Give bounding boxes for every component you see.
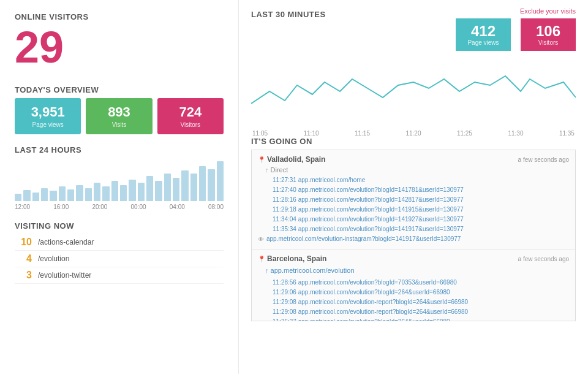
bar — [76, 185, 83, 201]
feed-url: 11:28:16 app.metricool.com/evolution?blo… — [258, 195, 569, 205]
feed-url: 11:34:04 app.metricool.com/evolution?blo… — [258, 215, 569, 224]
visiting-item: 3 /evolution-twitter — [15, 267, 224, 284]
pageviews-label: Page views — [20, 121, 76, 128]
feed-location: Valladolid, Spain — [258, 155, 325, 164]
visitors-label: Visitors — [162, 121, 219, 128]
visits-label: Visits — [91, 121, 147, 128]
feed-item: Barcelona, Spain a few seconds ago ↑ app… — [252, 250, 575, 321]
exclude-visits-link[interactable]: Exclude your visits — [520, 7, 576, 15]
overview-cards: 3,951 Page views 893 Visits 724 Visitors — [15, 98, 224, 134]
bar — [146, 176, 153, 201]
line-chart-svg — [251, 55, 576, 128]
pageviews-number: 3,951 — [20, 104, 76, 120]
going-on-title: IT'S GOING ON — [251, 137, 576, 146]
visiting-now-section: VISITING NOW 10 /actions-calendar 4 /evo… — [15, 221, 224, 284]
bar — [59, 186, 66, 201]
feed-url: 11:29:06 app.metricool.com/evolution?blo… — [258, 288, 569, 297]
visiting-rank: 4 — [15, 253, 32, 264]
feed-url: 11:35:37 app.metricool.com/evolution?blo… — [258, 317, 569, 321]
today-overview-section: TODAY'S OVERVIEW 3,951 Page views 893 Vi… — [15, 85, 224, 134]
feed-item: Valladolid, Spain a few seconds ago Dire… — [252, 150, 575, 250]
bar — [155, 181, 162, 201]
pageviews-stat-number: 412 — [462, 23, 505, 39]
last24-title: LAST 24 HOURS — [15, 145, 224, 155]
feed-eye-url: app.metricool.com/evolution-instagram?bl… — [266, 234, 461, 244]
visiting-path: /evolution-twitter — [38, 271, 91, 280]
bar — [111, 181, 118, 201]
bar — [190, 174, 197, 201]
bar — [173, 178, 179, 201]
bar — [208, 169, 214, 201]
online-visitors-section: ONLINE VISITORS 29 — [15, 12, 224, 74]
visitors-stat-label: Visitors — [527, 39, 570, 46]
visits-number: 893 — [91, 104, 147, 120]
visitors-stat-number: 106 — [527, 23, 570, 39]
time-label-5: 11:25 — [457, 130, 472, 137]
bar-label-2: 16:00 — [53, 204, 69, 210]
bar — [164, 174, 171, 201]
bar-chart — [15, 158, 224, 201]
bar — [138, 183, 145, 201]
feed-url: 11:27:40 app.metricool.com/evolution?blo… — [258, 185, 569, 195]
feed-url: 11:27:31 app.metricool.com/home — [258, 175, 569, 185]
feed-location: Barcelona, Spain — [258, 254, 326, 263]
bar — [102, 186, 109, 201]
visiting-path: /evolution — [38, 254, 69, 263]
bar-labels: 12:00 16:00 20:00 00:00 04:00 08:00 — [15, 204, 224, 210]
bar — [217, 161, 224, 201]
feed-url: 11:29:08 app.metricool.com/evolution-rep… — [258, 307, 569, 317]
bar-label-1: 12:00 — [15, 204, 30, 210]
feed-eye-row: 👁app.metricool.com/evolution-instagram?b… — [258, 234, 569, 244]
line-chart-container: 11:05 11:10 11:15 11:20 11:25 11:30 11:3… — [251, 55, 576, 134]
time-label-7: 11:35 — [559, 130, 575, 137]
visiting-item: 10 /actions-calendar — [15, 234, 224, 251]
bar-label-5: 04:00 — [170, 204, 185, 210]
time-label-3: 11:15 — [355, 130, 370, 137]
going-on-feed[interactable]: Valladolid, Spain a few seconds ago Dire… — [251, 150, 576, 321]
visiting-list: 10 /actions-calendar 4 /evolution 3 /evo… — [15, 234, 224, 284]
time-label-2: 11:10 — [303, 130, 318, 137]
visiting-rank: 3 — [15, 270, 32, 281]
pageviews-stat-label: Page views — [462, 39, 505, 46]
left-panel: ONLINE VISITORS 29 TODAY'S OVERVIEW 3,95… — [0, 0, 239, 374]
feed-top-url: ↑ app.metricool.com/evolution — [258, 265, 569, 277]
bar-label-6: 08:00 — [208, 204, 224, 210]
line-chart-labels: 11:05 11:10 11:15 11:20 11:25 11:30 11:3… — [251, 130, 576, 137]
visitors-number: 724 — [162, 104, 219, 120]
bar — [199, 166, 206, 201]
time-label-6: 11:30 — [508, 130, 523, 137]
pageviews-card: 3,951 Page views — [15, 98, 81, 134]
time-label-4: 11:20 — [405, 130, 421, 137]
bar — [120, 185, 127, 201]
bar — [41, 188, 48, 201]
last30-title: LAST 30 MINUTES — [251, 10, 326, 19]
feed-item-header: Valladolid, Spain a few seconds ago — [258, 155, 569, 164]
feed-url: 11:29:18 app.metricool.com/evolution?blo… — [258, 205, 569, 215]
visiting-path: /actions-calendar — [38, 238, 94, 246]
bar-label-3: 20:00 — [92, 204, 107, 210]
feed-source: Direct — [258, 166, 569, 174]
bar — [23, 190, 30, 201]
pageviews-stat-box: 412 Page views — [456, 18, 511, 51]
feed-url: 11:35:34 app.metricool.com/evolution?blo… — [258, 224, 569, 234]
bar — [94, 183, 100, 201]
feed-item-header: Barcelona, Spain a few seconds ago — [258, 254, 569, 263]
visitors-card: 724 Visitors — [157, 98, 224, 134]
time-label-1: 11:05 — [252, 130, 268, 137]
line-chart-polyline — [251, 76, 576, 104]
bar — [85, 188, 92, 201]
going-on-section: IT'S GOING ON Valladolid, Spain a few se… — [251, 137, 576, 367]
feed-time: a few seconds ago — [518, 156, 569, 163]
visiting-now-title: VISITING NOW — [15, 221, 224, 231]
feed-url: 11:29:08 app.metricool.com/evolution-rep… — [258, 297, 569, 307]
bar — [50, 191, 56, 201]
last24-section: LAST 24 HOURS 12:00 16:00 20:00 00:00 04… — [15, 145, 224, 210]
eye-icon: 👁 — [258, 236, 264, 243]
today-overview-title: TODAY'S OVERVIEW — [15, 85, 224, 94]
feed-time: a few seconds ago — [518, 256, 569, 262]
bar — [32, 193, 39, 201]
online-visitors-title: ONLINE VISITORS — [15, 12, 224, 21]
bar — [181, 170, 188, 201]
visiting-rank: 10 — [15, 237, 32, 248]
online-visitors-count: 29 — [15, 25, 224, 69]
